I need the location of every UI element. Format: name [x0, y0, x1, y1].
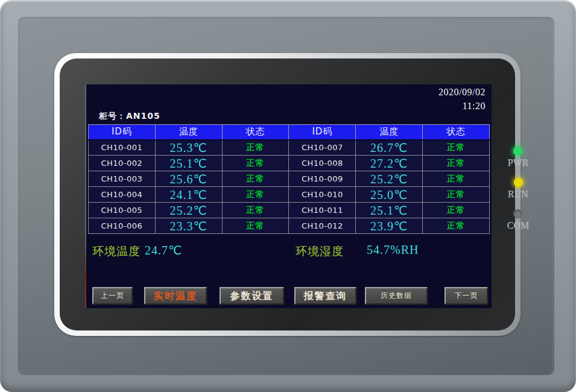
channel-id-cell: CH10-009 [289, 171, 356, 187]
channel-table: ID码温度状态ID码温度状态CH10-00125.3℃正常CH10-00726.… [88, 124, 490, 234]
next-page-button[interactable]: 下一页 [445, 287, 488, 305]
screen-bezel: 2020/09/02 11:20 柜号：AN105 ID码温度状态ID码温度状态… [60, 58, 515, 330]
channel-id-cell: CH10-006 [89, 218, 156, 234]
column-header: ID码 [89, 125, 156, 140]
run-led-label: RUN [508, 189, 528, 200]
column-header: 状态 [222, 125, 289, 140]
ambient-temp-value: 24.7℃ [145, 243, 182, 258]
led-strip: PWRRUNCOM [498, 147, 539, 233]
channel-id-cell: CH10-001 [89, 140, 156, 156]
status-cell: 正常 [423, 187, 490, 203]
table-row: CH10-00623.3℃正常CH10-01223.9℃正常 [89, 218, 490, 234]
channel-id-cell: CH10-012 [289, 218, 356, 234]
hmi-device: 2020/09/02 11:20 柜号：AN105 ID码温度状态ID码温度状态… [0, 0, 576, 392]
status-cell: 正常 [222, 218, 289, 234]
date-display: 2020/09/02 [438, 87, 486, 98]
table-row: CH10-00225.1℃正常CH10-00827.2℃正常 [89, 156, 490, 171]
temperature-cell: 25.2℃ [356, 171, 423, 187]
temperature-cell: 24.1℃ [155, 187, 222, 203]
alarm-query-button[interactable]: 报警查询 [294, 287, 356, 305]
table-row: CH10-00325.6℃正常CH10-00925.2℃正常 [89, 171, 490, 187]
status-cell: 正常 [222, 156, 289, 171]
temperature-cell: 23.9℃ [356, 218, 423, 234]
temperature-cell: 26.7℃ [356, 140, 423, 156]
channel-id-cell: CH10-003 [89, 171, 156, 187]
status-cell: 正常 [222, 171, 289, 187]
realtime-temp-button[interactable]: 实时温度 [144, 287, 207, 305]
pwr-led-block: PWR [508, 147, 529, 170]
temperature-cell: 25.3℃ [155, 140, 222, 156]
channel-id-cell: CH10-007 [289, 140, 356, 156]
temperature-cell: 25.1℃ [356, 203, 423, 218]
channel-id-cell: CH10-008 [289, 156, 356, 171]
temperature-cell: 25.1℃ [155, 156, 222, 171]
cabinet-number: AN105 [126, 111, 160, 121]
history-data-button[interactable]: 历史数据 [365, 287, 428, 305]
ambient-temp-label: 环境温度 [92, 244, 141, 259]
temperature-cell: 25.6℃ [155, 171, 222, 187]
column-header: 温度 [356, 125, 423, 140]
channel-id-cell: CH10-010 [289, 187, 356, 203]
column-header: 温度 [155, 125, 222, 140]
pwr-led-label: PWR [508, 157, 529, 168]
prev-page-button[interactable]: 上一页 [92, 287, 133, 305]
channel-id-cell: CH10-005 [89, 203, 156, 218]
lcd-edge-artifact [85, 234, 86, 308]
run-led-block: RUN [508, 178, 528, 201]
screen-frame: 2020/09/02 11:20 柜号：AN105 ID码温度状态ID码温度状态… [54, 53, 521, 336]
column-header: 状态 [423, 125, 490, 140]
status-cell: 正常 [423, 203, 490, 218]
param-settings-button[interactable]: 参数设置 [220, 287, 284, 305]
status-cell: 正常 [423, 171, 490, 187]
com-led-label: COM [507, 220, 529, 231]
table-row: CH10-00525.2℃正常CH10-01125.1℃正常 [89, 203, 490, 218]
pwr-led-indicator-icon [513, 147, 522, 156]
table-row: CH10-00424.1℃正常CH10-01025.0℃正常 [89, 187, 490, 203]
status-cell: 正常 [423, 140, 490, 156]
run-led-indicator-icon [514, 178, 523, 187]
channel-id-cell: CH10-011 [289, 203, 356, 218]
status-cell: 正常 [222, 140, 289, 156]
status-cell: 正常 [222, 203, 289, 218]
column-header: ID码 [289, 125, 356, 140]
time-display: 11:20 [463, 101, 486, 112]
status-cell: 正常 [222, 187, 289, 203]
cabinet-label: 柜号：AN105 [99, 111, 160, 122]
ambient-humidity-label: 环境湿度 [296, 244, 344, 259]
lcd-screen: 2020/09/02 11:20 柜号：AN105 ID码温度状态ID码温度状态… [86, 84, 492, 308]
com-led-indicator-icon [513, 209, 522, 218]
cabinet-label-text: 柜号： [99, 111, 126, 121]
temperature-cell: 27.2℃ [356, 156, 423, 171]
temperature-cell: 25.2℃ [155, 203, 222, 218]
channel-id-cell: CH10-004 [89, 187, 156, 203]
temperature-cell: 23.3℃ [155, 218, 222, 234]
front-panel: 2020/09/02 11:20 柜号：AN105 ID码温度状态ID码温度状态… [18, 17, 554, 375]
com-led-block: COM [507, 209, 529, 233]
channel-id-cell: CH10-002 [89, 156, 156, 171]
temperature-cell: 25.0℃ [356, 187, 423, 203]
status-cell: 正常 [423, 156, 490, 171]
ambient-humidity-value: 54.7%RH [367, 243, 419, 257]
status-cell: 正常 [423, 218, 490, 234]
table-row: CH10-00125.3℃正常CH10-00726.7℃正常 [89, 140, 490, 156]
